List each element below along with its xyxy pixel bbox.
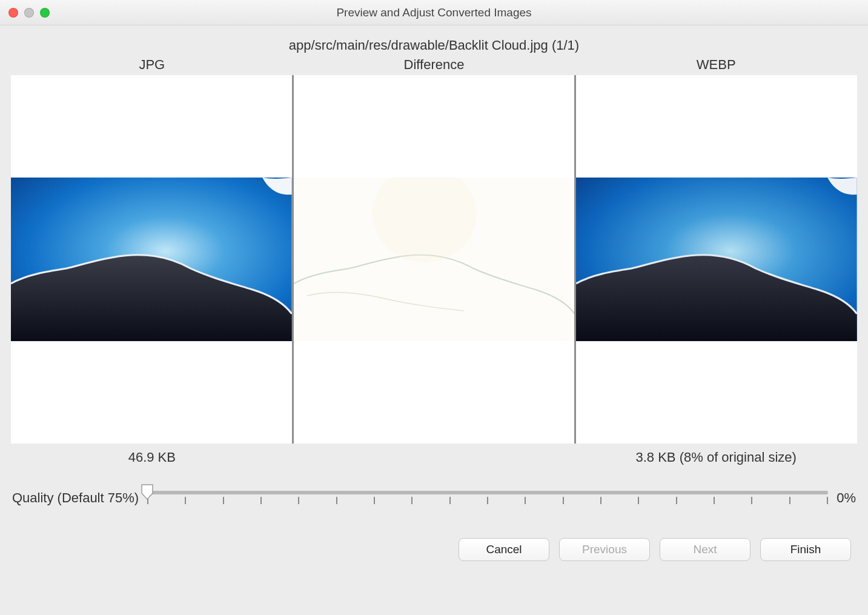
preview-panes [11,75,857,444]
original-image [11,178,292,341]
column-header-left: JPG [11,57,293,73]
quality-row: Quality (Default 75%) 0% [11,486,857,510]
previous-button[interactable]: Previous [559,538,650,561]
quality-slider[interactable] [147,486,828,510]
finish-button[interactable]: Finish [760,538,851,561]
column-header-middle: Difference [293,57,575,73]
converted-image [576,178,857,341]
size-middle-spacer [293,450,575,465]
converted-size: 3.8 KB (8% of original size) [575,450,857,465]
slider-thumb[interactable] [141,484,154,500]
button-row: Cancel Previous Next Finish [11,538,857,561]
column-headers: JPG Difference WEBP [11,57,857,73]
quality-label: Quality (Default 75%) [12,490,139,506]
original-image-pane [11,75,292,444]
cancel-button[interactable]: Cancel [459,538,549,561]
converted-image-pane [576,75,857,444]
difference-image [294,178,575,341]
next-button[interactable]: Next [660,538,750,561]
original-size: 46.9 KB [11,450,293,465]
slider-track [147,491,828,494]
column-header-right: WEBP [575,57,857,73]
file-path: app/src/main/res/drawable/Backlit Cloud.… [11,38,857,53]
size-row: 46.9 KB 3.8 KB (8% of original size) [11,450,857,465]
difference-image-pane [294,75,575,444]
titlebar: Preview and Adjust Converted Images [0,0,868,25]
window-title: Preview and Adjust Converted Images [0,6,868,19]
slider-ticks [147,497,828,505]
quality-value: 0% [837,490,856,506]
